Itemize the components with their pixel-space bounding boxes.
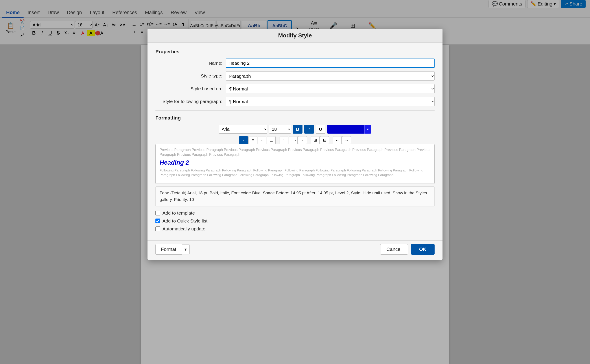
add-to-quickstyle-checkbox-label: Add to Quick Style list [163,218,207,224]
ok-button[interactable]: OK [411,244,435,255]
formatting-controls-row: Arial 18 B I U ▾ [155,125,435,134]
formatting-section-title: Formatting [155,115,435,121]
name-input[interactable] [226,58,435,68]
style-based-select-wrapper: ¶ Normal [226,84,435,93]
preview-previous-text: Previous Paragraph Previous Paragraph Pr… [160,147,430,157]
style-following-select[interactable]: ¶ Normal [226,97,435,106]
auto-update-checkbox[interactable] [155,227,160,231]
dialog-body: Properties Name: Style type: Paragraph [147,43,443,240]
alignment-controls-row: ⫞ ≡ ⫟ ☰ 1 1.5 2 ⊞ ⊟ ← → [155,136,435,144]
format-size-select[interactable]: 18 [269,125,291,134]
indent-columns-button[interactable]: ⊞ [311,136,320,144]
add-to-template-checkbox[interactable] [155,211,160,215]
auto-update-row: Automatically update [155,226,435,232]
format-button-group: Format ▾ [155,244,190,255]
format-button[interactable]: Format [155,244,182,255]
increase-indent-format-button[interactable]: → [342,136,351,144]
name-label: Name: [155,60,226,66]
style-based-label: Style based on: [155,86,226,91]
decrease-indent-format-button[interactable]: ← [333,136,342,144]
modify-style-dialog: Modify Style Properties Name: Style type… [147,29,443,260]
dialog-title: Modify Style [147,29,443,43]
double-space-button[interactable]: 2 [298,136,307,144]
color-arrow-icon[interactable]: ▾ [364,125,371,134]
cancel-button[interactable]: Cancel [380,244,408,255]
add-to-quickstyle-row: Add to Quick Style list [155,218,435,224]
properties-section-title: Properties [155,49,435,55]
add-to-template-checkbox-label: Add to template [163,210,195,216]
single-space-button[interactable]: 1 [280,136,288,144]
footer-actions: Cancel OK [380,244,435,255]
dialog-footer: Format ▾ Cancel OK [147,240,443,260]
style-type-label: Style type: [155,73,226,78]
style-based-row: Style based on: ¶ Normal [155,84,435,93]
style-following-row: Style for following paragraph: ¶ Normal [155,97,435,106]
underline-format-button[interactable]: U [316,125,325,134]
preview-following-text: Following Paragraph Following Paragraph … [160,168,430,177]
style-type-select[interactable]: Paragraph [226,71,435,81]
font-color-format-button[interactable]: ▾ [327,125,371,134]
format-dropdown-button[interactable]: ▾ [182,244,190,254]
italic-format-button[interactable]: I [304,125,314,134]
align-justify-format-button[interactable]: ☰ [267,136,276,144]
style-type-select-wrapper: Paragraph [226,71,435,81]
modal-overlay: Modify Style Properties Name: Style type… [0,0,590,364]
preview-heading-text: Heading 2 [160,159,430,166]
style-based-select[interactable]: ¶ Normal [226,84,435,93]
align-left-format-button[interactable]: ⫞ [239,136,248,144]
style-type-row: Style type: Paragraph [155,71,435,81]
format-font-select[interactable]: Arial [219,125,267,134]
add-to-quickstyle-checkbox[interactable] [155,219,160,223]
auto-update-checkbox-label: Automatically update [163,226,205,232]
align-right-format-button[interactable]: ⫟ [258,136,266,144]
one-half-space-button[interactable]: 1.5 [289,136,298,144]
style-following-select-wrapper: ¶ Normal [226,97,435,106]
style-following-label: Style for following paragraph: [155,99,226,104]
indent-columns2-button[interactable]: ⊟ [320,136,329,144]
style-description-box: Font: (Default) Arial, 18 pt, Bold, Ital… [155,186,435,206]
align-center-format-button[interactable]: ≡ [248,136,257,144]
section-divider-1 [155,110,435,111]
add-to-template-row: Add to template [155,210,435,216]
style-preview-box: Previous Paragraph Previous Paragraph Pr… [155,144,435,184]
name-row: Name: [155,58,435,68]
bold-format-button[interactable]: B [293,125,302,134]
